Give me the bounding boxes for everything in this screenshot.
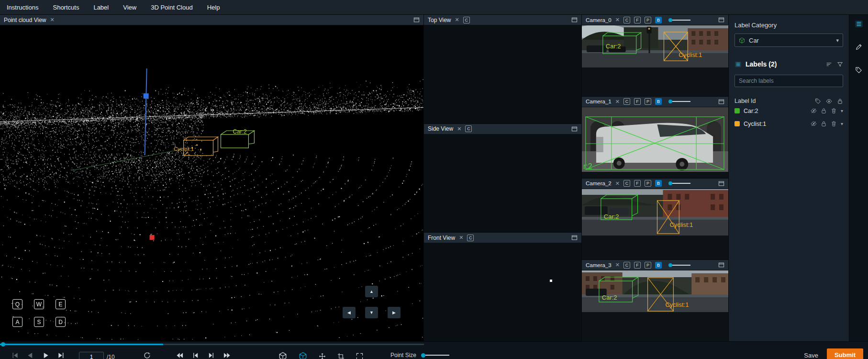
- close-icon[interactable]: ✕: [457, 126, 461, 132]
- tag-tool-button[interactable]: [854, 65, 864, 75]
- slider-handle[interactable]: [668, 18, 672, 22]
- close-icon[interactable]: ✕: [615, 262, 620, 268]
- b-button[interactable]: B: [655, 98, 662, 105]
- brightness-slider[interactable]: [668, 263, 690, 267]
- c-button[interactable]: C: [623, 262, 630, 269]
- menu-label[interactable]: Label: [93, 4, 109, 11]
- close-icon[interactable]: ✕: [455, 17, 459, 22]
- c-button[interactable]: C: [623, 180, 630, 187]
- brightness-slider[interactable]: [668, 181, 690, 185]
- menu-shortcuts[interactable]: Shortcuts: [53, 4, 79, 11]
- timeline-playhead[interactable]: [1, 342, 5, 347]
- menu-help[interactable]: Help: [207, 4, 220, 11]
- label-row-cyclist[interactable]: Cyclist:1 ▾: [734, 117, 843, 130]
- close-icon[interactable]: ✕: [615, 181, 620, 186]
- close-icon[interactable]: ✕: [615, 99, 620, 104]
- rewind-button[interactable]: [176, 352, 183, 359]
- cuboid-tool-active-icon[interactable]: [299, 352, 307, 359]
- p-button[interactable]: P: [645, 17, 651, 23]
- timeline-scrubber[interactable]: [0, 344, 424, 345]
- slider-handle[interactable]: [668, 181, 672, 185]
- maximize-icon[interactable]: [718, 262, 724, 268]
- top-view-viewport[interactable]: [424, 25, 581, 123]
- lock-icon[interactable]: [821, 121, 827, 127]
- front-view-viewport[interactable]: [424, 243, 581, 341]
- hotkey-w[interactable]: W: [34, 299, 44, 309]
- maximize-icon[interactable]: [413, 17, 420, 22]
- camera-toggle-button[interactable]: C: [463, 17, 470, 23]
- maximize-icon[interactable]: [571, 126, 578, 132]
- previous-frame-button[interactable]: [192, 352, 199, 359]
- trash-icon[interactable]: [831, 121, 837, 127]
- red-marker[interactable]: [150, 235, 155, 240]
- label-category-dropdown[interactable]: Car ▾: [734, 34, 843, 47]
- b-button[interactable]: B: [655, 180, 662, 187]
- play-button[interactable]: [42, 352, 49, 359]
- maximize-icon[interactable]: [718, 99, 724, 104]
- maximize-icon[interactable]: [718, 17, 724, 22]
- menu-view[interactable]: View: [123, 4, 136, 11]
- slider-handle[interactable]: [668, 100, 672, 103]
- pan-right-button[interactable]: ▶: [388, 307, 401, 318]
- c-button[interactable]: C: [623, 17, 630, 23]
- move-tool-icon[interactable]: [319, 353, 326, 359]
- frame-number-input[interactable]: [79, 352, 104, 359]
- hotkey-e[interactable]: E: [56, 299, 66, 309]
- p-button[interactable]: P: [645, 98, 651, 105]
- sort-icon[interactable]: [826, 61, 832, 67]
- edit-tool-button[interactable]: [854, 42, 864, 52]
- hotkey-s[interactable]: S: [34, 317, 44, 327]
- eye-off-icon[interactable]: [811, 121, 817, 127]
- maximize-icon[interactable]: [571, 235, 578, 240]
- camera-toggle-button[interactable]: C: [467, 235, 474, 241]
- b-button[interactable]: B: [655, 17, 662, 23]
- maximize-icon[interactable]: [571, 17, 578, 22]
- pan-left-button[interactable]: ◀: [343, 307, 356, 318]
- point-cloud-viewport[interactable]: Car:2 Cyclist:1 Q W E A S D: [0, 25, 423, 341]
- f-button[interactable]: F: [634, 98, 641, 105]
- camera-toggle-button[interactable]: C: [465, 125, 472, 132]
- tag-icon[interactable]: [815, 98, 821, 104]
- eye-icon[interactable]: [826, 98, 832, 104]
- brightness-slider[interactable]: [668, 18, 690, 22]
- drag-handle[interactable]: [144, 93, 149, 99]
- close-icon[interactable]: ✕: [459, 235, 463, 240]
- c-button[interactable]: C: [623, 98, 630, 105]
- camera-1-viewport[interactable]: r:2: [582, 107, 728, 178]
- f-button[interactable]: F: [634, 180, 641, 187]
- trash-icon[interactable]: [831, 108, 837, 114]
- maximize-icon[interactable]: [718, 181, 724, 186]
- point-size-track[interactable]: [425, 355, 449, 356]
- f-button[interactable]: F: [634, 17, 641, 23]
- camera-2-viewport[interactable]: Car:2 Cyclist:1: [582, 189, 728, 260]
- eye-off-icon[interactable]: [811, 108, 817, 114]
- pan-up-button[interactable]: ▲: [365, 286, 378, 297]
- fast-forward-button[interactable]: [223, 352, 231, 359]
- menu-instructions[interactable]: Instructions: [7, 4, 38, 11]
- close-icon[interactable]: ✕: [615, 17, 620, 22]
- labels-panel-toggle[interactable]: [854, 19, 864, 29]
- submit-button[interactable]: Submit: [827, 348, 863, 359]
- close-icon[interactable]: ✕: [50, 17, 55, 22]
- skip-to-end-button[interactable]: [57, 352, 65, 359]
- slider-handle[interactable]: [668, 263, 672, 267]
- camera-0-viewport[interactable]: Car:2 Cyclist:1: [582, 25, 728, 96]
- crop-tool-icon[interactable]: [337, 353, 345, 359]
- chevron-down-icon[interactable]: ▾: [841, 108, 843, 113]
- side-view-viewport[interactable]: [424, 135, 581, 233]
- b-button[interactable]: B: [655, 262, 662, 269]
- pan-down-button[interactable]: ▼: [365, 307, 378, 318]
- p-button[interactable]: P: [645, 180, 651, 187]
- hotkey-a[interactable]: A: [12, 317, 22, 327]
- filter-icon[interactable]: [837, 61, 843, 67]
- fullscreen-icon[interactable]: [356, 353, 363, 359]
- label-row-car[interactable]: Car:2 ▾: [734, 104, 843, 117]
- play-reverse-button[interactable]: [27, 352, 34, 359]
- lock-icon[interactable]: [837, 98, 843, 104]
- p-button[interactable]: P: [645, 262, 651, 269]
- brightness-slider[interactable]: [668, 100, 690, 103]
- f-button[interactable]: F: [634, 262, 641, 269]
- search-labels-input[interactable]: [734, 75, 843, 87]
- skip-to-start-button[interactable]: [11, 352, 19, 359]
- point-size-handle[interactable]: [421, 353, 425, 358]
